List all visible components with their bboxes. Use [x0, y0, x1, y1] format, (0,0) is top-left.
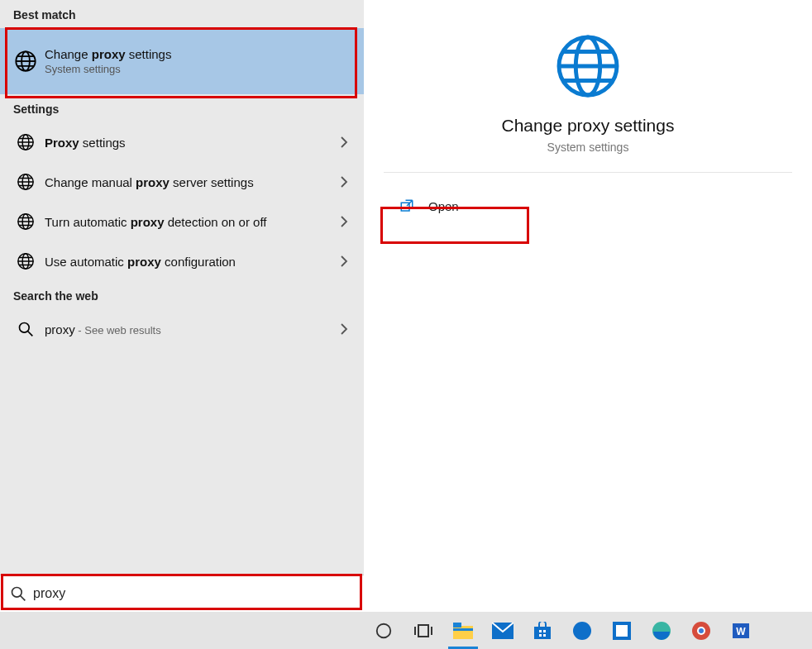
web-result[interactable]: proxy - See web results — [0, 309, 364, 349]
svg-point-36 — [573, 622, 591, 640]
taskbar-edge-icon[interactable] — [642, 612, 681, 649]
globe-icon — [13, 252, 38, 270]
svg-line-22 — [21, 596, 26, 601]
svg-rect-28 — [453, 623, 461, 628]
taskbar-cortana-icon[interactable] — [364, 612, 404, 649]
settings-item-label: Turn automatic proxy detection on or off — [45, 215, 309, 229]
open-action[interactable]: Open — [384, 188, 792, 224]
search-bar[interactable] — [0, 575, 364, 612]
best-match-result[interactable]: Change proxy settings System settings — [0, 28, 364, 94]
taskbar-dell-icon[interactable] — [562, 612, 602, 649]
svg-rect-27 — [453, 626, 473, 639]
taskbar-dell-update-icon[interactable] — [602, 612, 642, 649]
globe-icon — [13, 50, 38, 73]
svg-text:W: W — [736, 626, 746, 637]
taskbar: W — [0, 612, 812, 649]
svg-rect-33 — [543, 630, 546, 632]
search-input[interactable] — [33, 586, 354, 601]
chevron-right-icon — [336, 255, 352, 267]
svg-rect-29 — [453, 628, 473, 631]
chevron-right-icon — [336, 176, 352, 188]
svg-rect-32 — [539, 630, 542, 632]
settings-item-label: Change manual proxy server settings — [45, 175, 336, 189]
search-icon — [10, 585, 26, 602]
settings-item-manual-proxy[interactable]: Change manual proxy server settings — [0, 162, 364, 202]
svg-point-15 — [20, 323, 30, 333]
globe-icon — [13, 173, 38, 191]
svg-point-23 — [377, 623, 391, 637]
svg-rect-31 — [534, 627, 551, 639]
open-icon — [397, 198, 417, 213]
svg-rect-38 — [616, 625, 628, 637]
chevron-right-icon — [336, 323, 352, 335]
settings-item-label: Use automatic proxy configuration — [45, 255, 336, 269]
preview-title: Change proxy settings — [384, 116, 792, 136]
search-icon — [13, 321, 38, 337]
taskbar-task-view-icon[interactable] — [404, 612, 443, 649]
section-best-match: Best match — [0, 0, 364, 28]
chevron-right-icon — [336, 216, 352, 227]
web-result-label: proxy - See web results — [45, 322, 336, 336]
section-search-web: Search the web — [0, 281, 364, 309]
globe-icon — [13, 212, 38, 231]
preview-sub: System settings — [384, 141, 792, 154]
settings-item-proxy-settings[interactable]: Proxy settings — [0, 122, 364, 162]
globe-icon — [13, 133, 38, 151]
settings-item-auto-config[interactable]: Use automatic proxy configuration — [0, 241, 364, 281]
taskbar-file-explorer-icon[interactable] — [443, 612, 483, 649]
preview-panel: Change proxy settings System settings Op… — [364, 0, 812, 612]
taskbar-mail-icon[interactable] — [483, 612, 523, 649]
settings-item-auto-detect[interactable]: Turn automatic proxy detection on or off — [0, 202, 364, 241]
svg-line-16 — [28, 332, 33, 336]
chevron-right-icon — [336, 136, 352, 148]
svg-point-21 — [12, 588, 22, 598]
taskbar-store-icon[interactable] — [523, 612, 562, 649]
taskbar-chrome-icon[interactable] — [681, 612, 721, 649]
section-settings: Settings — [0, 94, 364, 122]
results-panel: Best match Change proxy settings System … — [0, 0, 364, 612]
settings-item-label: Proxy settings — [45, 136, 336, 150]
svg-point-42 — [699, 628, 704, 633]
svg-rect-24 — [418, 625, 428, 637]
search-window: Best match Change proxy settings System … — [0, 0, 812, 612]
open-label: Open — [428, 199, 459, 213]
best-match-title: Change proxy settings — [45, 47, 352, 61]
svg-rect-35 — [543, 634, 546, 637]
taskbar-word-icon[interactable]: W — [721, 612, 761, 649]
globe-icon — [384, 31, 792, 101]
best-match-sub: System settings — [45, 63, 352, 75]
preview-card: Change proxy settings System settings — [384, 25, 792, 173]
svg-rect-34 — [539, 634, 542, 637]
